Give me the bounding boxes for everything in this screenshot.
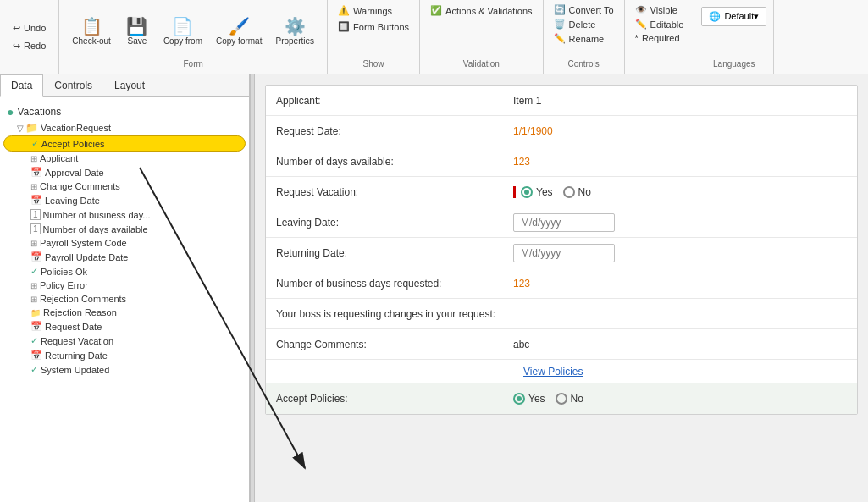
returningdate-value xyxy=(503,239,857,268)
tree-item-payrollupdatedate[interactable]: 📅 Payroll Update Date xyxy=(3,250,246,264)
changecomments-row: Change Comments: abc xyxy=(266,329,857,360)
check2-icon: ✓ xyxy=(30,266,38,277)
calendar3-icon: 📅 xyxy=(30,251,42,262)
requestvacation-label: Request Vacation: xyxy=(266,181,503,203)
businessdays-label: Number of business days requested: xyxy=(266,273,503,295)
delete-item[interactable]: 🗑️ Delete xyxy=(550,18,617,30)
tree-item-changecomments[interactable]: ⊞ Change Comments xyxy=(3,179,246,193)
tree-item-businessdays[interactable]: 1 Number of business day... xyxy=(3,207,246,222)
actionsvalidations-label: Actions & Validations xyxy=(445,6,533,16)
redo-icon: ↪ xyxy=(13,41,20,52)
tree-item-returningdate[interactable]: 📅 Returning Date xyxy=(3,348,246,362)
delete-icon: 🗑️ xyxy=(554,19,566,30)
tree-item-label: Payroll System Code xyxy=(40,238,127,248)
calendar-icon: 📅 xyxy=(30,167,42,178)
default-language-button[interactable]: 🌐 Default▾ xyxy=(701,7,766,26)
redo-button[interactable]: ↪ Redo xyxy=(7,38,52,54)
yes-radio[interactable]: Yes xyxy=(521,186,553,198)
toolbar: ↩ Undo ↪ Redo 📋 Check-out 💾 Save 📄 Copy … xyxy=(0,0,868,74)
formbuttons-item[interactable]: 🔲 Form Buttons xyxy=(334,19,412,34)
tree-item-label: Rejection Reason xyxy=(43,307,117,317)
checkout-button[interactable]: 📋 Check-out xyxy=(66,14,117,50)
returningdate-input[interactable] xyxy=(513,244,615,262)
tree-item-rejectionreason[interactable]: 📁 Rejection Reason xyxy=(3,306,246,319)
acceptyes-label: Yes xyxy=(528,393,545,405)
acceptno-radio[interactable]: No xyxy=(556,393,583,405)
changecomments-value: abc xyxy=(503,334,857,356)
viewpolicies-link[interactable]: View Policies xyxy=(513,361,593,383)
viewpolicies-spacer xyxy=(266,367,503,377)
convertto-item[interactable]: 🔄 Convert To xyxy=(550,3,617,16)
redo-label: Redo xyxy=(24,41,46,51)
actionsvalidations-item[interactable]: ✅ Actions & Validations xyxy=(427,3,536,18)
warnings-item[interactable]: ⚠️ Warnings xyxy=(334,3,412,18)
languages-group-label: Languages xyxy=(701,59,766,70)
form-buttons: 📋 Check-out 💾 Save 📄 Copy from 🖌️ Copy f… xyxy=(66,3,320,59)
undo-label: Undo xyxy=(24,23,46,33)
tree-item-label: Approval Date xyxy=(45,168,104,178)
grid4-icon: ⊞ xyxy=(30,281,37,290)
check4-icon: ✓ xyxy=(30,364,38,375)
tree-item-acceptpolicies[interactable]: ✓ Accept Policies xyxy=(3,135,246,152)
main-area: Data Controls Layout ● Vacations ▽ 📁 Vac… xyxy=(0,74,868,502)
tree-item-label: Payroll Update Date xyxy=(45,252,128,262)
returningdate-row: Returning Date: xyxy=(266,238,857,268)
radio-border: Yes xyxy=(513,186,553,198)
tree-item-leavingdate[interactable]: 📅 Leaving Date xyxy=(3,193,246,207)
rename-item[interactable]: ✏️ Rename xyxy=(550,32,617,45)
controls-items: 🔄 Convert To 🗑️ Delete ✏️ Rename xyxy=(550,3,617,59)
tree-item-approvaldate[interactable]: 📅 Approval Date xyxy=(3,165,246,179)
show-items: ⚠️ Warnings 🔲 Form Buttons xyxy=(334,3,412,59)
editable-item[interactable]: ✏️ Editable xyxy=(632,18,688,30)
grid-icon: ⊞ xyxy=(30,154,37,163)
tree-item-policiesok[interactable]: ✓ Policies Ok xyxy=(3,264,246,279)
tree-item-label: Applicant xyxy=(40,153,78,163)
tree-item-label: Change Comments xyxy=(40,181,120,191)
copyformat-button[interactable]: 🖌️ Copy format xyxy=(210,14,268,50)
acceptno-label: No xyxy=(571,393,583,405)
applicant-value: Item 1 xyxy=(503,90,857,112)
tree-item-payrollcode[interactable]: ⊞ Payroll System Code xyxy=(3,236,246,250)
show-group: ⚠️ Warnings 🔲 Form Buttons Show xyxy=(328,0,420,74)
save-button[interactable]: 💾 Save xyxy=(119,14,156,50)
daysavailable-row: Number of days available: 123 xyxy=(266,146,857,177)
calendar4-icon: 📅 xyxy=(30,321,42,332)
folder-icon: 📁 xyxy=(25,122,38,134)
visible-item[interactable]: 👁️ Visible xyxy=(632,3,688,16)
tree-item-applicant[interactable]: ⊞ Applicant xyxy=(3,152,246,165)
copyfrom-button[interactable]: 📄 Copy from xyxy=(158,14,208,50)
acceptyes-radio[interactable]: Yes xyxy=(513,393,545,405)
tree-item-systemupdated[interactable]: ✓ System Updated xyxy=(3,362,246,377)
acceptyes-radio-dot xyxy=(513,393,525,405)
rename-label: Rename xyxy=(569,34,605,44)
tree-item-vacationrequest[interactable]: ▽ 📁 VacationRequest xyxy=(3,120,246,135)
undo-button[interactable]: ↩ Undo xyxy=(7,20,52,36)
daysavailable-value: 123 xyxy=(503,151,857,173)
visible-label: Visible xyxy=(650,5,677,15)
properties-button[interactable]: ⚙️ Properties xyxy=(269,14,320,50)
requestvacation-value: Yes No xyxy=(503,181,857,203)
viewpolicies-row: View Policies xyxy=(266,360,857,383)
rename-icon: ✏️ xyxy=(554,33,566,44)
tree-item-label: Request Vacation xyxy=(41,336,113,346)
tab-controls[interactable]: Controls xyxy=(43,74,103,96)
required-item[interactable]: * Required xyxy=(632,32,688,44)
tree-item-requestdate[interactable]: 📅 Request Date xyxy=(3,319,246,334)
businessdays-value: 123 xyxy=(503,273,857,295)
convertto-icon: 🔄 xyxy=(554,4,566,15)
formbuttons-icon: 🔲 xyxy=(338,21,350,32)
tab-layout[interactable]: Layout xyxy=(103,74,156,96)
tab-data[interactable]: Data xyxy=(0,74,43,97)
ver-group: 👁️ Visible ✏️ Editable * Required xyxy=(625,0,695,74)
properties-label: Properties xyxy=(275,36,314,46)
tree-item-requestvacation[interactable]: ✓ Request Vacation xyxy=(3,334,246,348)
leavingdate-label: Leaving Date: xyxy=(266,212,503,234)
show-group-label: Show xyxy=(334,59,412,70)
requestvacation-row: Request Vacation: Yes No xyxy=(266,177,857,207)
tree-item-policyerror[interactable]: ⊞ Policy Error xyxy=(3,279,246,292)
tree-item-daysavailable[interactable]: 1 Number of days available xyxy=(3,222,246,236)
tree-item-rejectioncomments[interactable]: ⊞ Rejection Comments xyxy=(3,292,246,306)
no-radio[interactable]: No xyxy=(563,186,591,198)
leavingdate-input[interactable] xyxy=(513,213,615,232)
required-label: Required xyxy=(642,33,680,43)
